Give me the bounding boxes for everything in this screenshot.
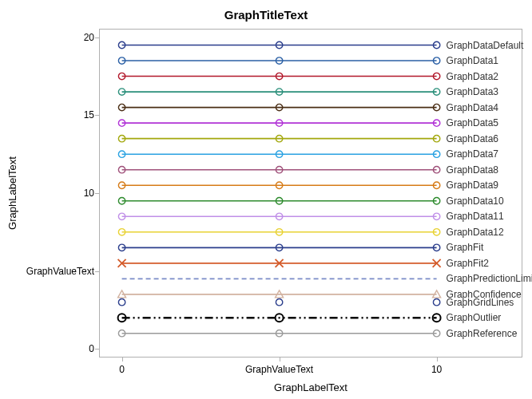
y-tick-mark bbox=[95, 271, 99, 272]
series-label: GraphData8 bbox=[447, 164, 498, 176]
y-tick-label: GraphValueText bbox=[6, 266, 94, 277]
series-label: GraphReference bbox=[447, 328, 518, 339]
series-label: GraphData2 bbox=[447, 71, 498, 82]
y-tick-label: 20 bbox=[6, 32, 94, 43]
series-label: GraphData6 bbox=[447, 133, 498, 144]
y-tick-mark bbox=[95, 38, 99, 38]
series-label: GraphFit bbox=[447, 242, 484, 253]
x-tick-label: 0 bbox=[119, 364, 125, 375]
svg-point-53 bbox=[433, 298, 439, 305]
series-label: GraphData5 bbox=[447, 117, 498, 128]
svg-point-51 bbox=[118, 298, 125, 305]
y-tick-label: 15 bbox=[6, 109, 94, 120]
series-label: GraphData3 bbox=[447, 86, 498, 97]
series-label: GraphData10 bbox=[447, 196, 504, 207]
series-label: GraphData4 bbox=[447, 102, 498, 113]
x-tick-mark bbox=[280, 358, 280, 361]
series-label: GraphOutlier bbox=[447, 312, 502, 323]
series-label: GraphDataDefault bbox=[447, 40, 524, 51]
series-label: GraphData9 bbox=[447, 180, 498, 191]
series-label: GraphGridLines bbox=[447, 297, 514, 308]
circle-marker-icon bbox=[433, 298, 439, 305]
series-label: GraphPredictionLimits bbox=[447, 273, 532, 284]
x-tick-mark bbox=[122, 358, 123, 361]
circle-marker-icon bbox=[276, 298, 282, 305]
svg-point-52 bbox=[276, 298, 282, 305]
chart-root: { "chart_data": { "type": "line", "title… bbox=[0, 0, 532, 399]
y-tick-mark bbox=[95, 349, 99, 350]
x-tick-mark bbox=[437, 358, 438, 361]
series-label: GraphData1 bbox=[447, 55, 498, 66]
y-tick-mark bbox=[95, 115, 99, 116]
chart-title: GraphTitleText bbox=[0, 8, 532, 22]
x-tick-label: GraphValueText bbox=[245, 364, 313, 375]
y-tick-mark bbox=[95, 193, 99, 194]
x-tick-label: 10 bbox=[431, 364, 442, 375]
series-label: GraphFit2 bbox=[447, 258, 489, 269]
x-axis-label: GraphLabelText bbox=[99, 381, 522, 393]
y-tick-label: 10 bbox=[6, 188, 94, 199]
series-label: GraphData11 bbox=[447, 211, 504, 222]
circle-marker-icon bbox=[118, 298, 125, 305]
series-label: GraphData12 bbox=[447, 227, 504, 238]
y-tick-label: 0 bbox=[6, 343, 94, 354]
series-label: GraphData7 bbox=[447, 148, 498, 160]
